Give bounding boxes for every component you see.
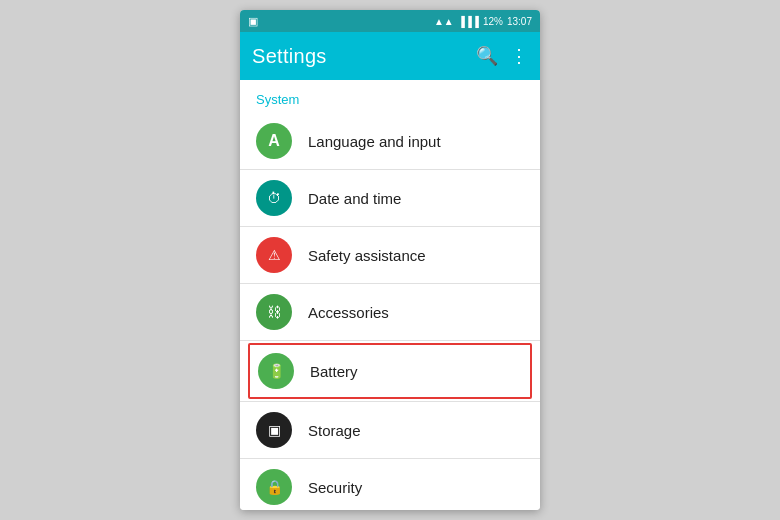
security-label: Security <box>308 479 362 496</box>
security-icon-circle: 🔒 <box>256 469 292 505</box>
storage-label: Storage <box>308 422 361 439</box>
phone-frame: ▣ ▲▲ ▐▐▐ 12% 13:07 Settings 🔍 ⋮ System A… <box>240 10 540 510</box>
section-header-system: System <box>240 80 540 113</box>
language-label: Language and input <box>308 133 441 150</box>
more-options-icon[interactable]: ⋮ <box>510 45 528 67</box>
language-icon-circle: A <box>256 123 292 159</box>
safety-icon: ⚠ <box>268 247 281 263</box>
battery-icon-circle: 🔋 <box>258 353 294 389</box>
status-bar: ▣ ▲▲ ▐▐▐ 12% 13:07 <box>240 10 540 32</box>
menu-item-storage[interactable]: ▣ Storage <box>240 402 540 458</box>
accessories-icon-circle: ⛓ <box>256 294 292 330</box>
storage-icon-circle: ▣ <box>256 412 292 448</box>
status-bar-right: ▲▲ ▐▐▐ 12% 13:07 <box>434 16 532 27</box>
datetime-icon: ⏱ <box>267 190 281 206</box>
security-icon: 🔒 <box>266 479 283 495</box>
app-bar-title: Settings <box>252 45 476 68</box>
accessories-icon: ⛓ <box>267 304 281 320</box>
menu-item-language[interactable]: A Language and input <box>240 113 540 169</box>
storage-icon: ▣ <box>268 422 281 438</box>
search-icon[interactable]: 🔍 <box>476 45 498 67</box>
menu-item-security[interactable]: 🔒 Security <box>240 459 540 510</box>
battery-label: Battery <box>310 363 358 380</box>
screen-icon: ▣ <box>248 15 258 28</box>
battery-icon: 🔋 <box>268 363 285 379</box>
menu-item-datetime[interactable]: ⏱ Date and time <box>240 170 540 226</box>
datetime-label: Date and time <box>308 190 401 207</box>
menu-item-accessories[interactable]: ⛓ Accessories <box>240 284 540 340</box>
safety-label: Safety assistance <box>308 247 426 264</box>
wifi-icon: ▲▲ <box>434 16 454 27</box>
battery-level: 12% <box>483 16 503 27</box>
menu-item-safety[interactable]: ⚠ Safety assistance <box>240 227 540 283</box>
app-bar-icons: 🔍 ⋮ <box>476 45 528 67</box>
status-bar-left: ▣ <box>248 15 258 28</box>
settings-content: System A Language and input ⏱ Date and t… <box>240 80 540 510</box>
menu-item-battery[interactable]: 🔋 Battery <box>248 343 532 399</box>
app-bar: Settings 🔍 ⋮ <box>240 32 540 80</box>
divider-4 <box>240 340 540 341</box>
safety-icon-circle: ⚠ <box>256 237 292 273</box>
language-icon: A <box>268 132 280 150</box>
clock: 13:07 <box>507 16 532 27</box>
signal-icon: ▐▐▐ <box>458 16 479 27</box>
accessories-label: Accessories <box>308 304 389 321</box>
datetime-icon-circle: ⏱ <box>256 180 292 216</box>
